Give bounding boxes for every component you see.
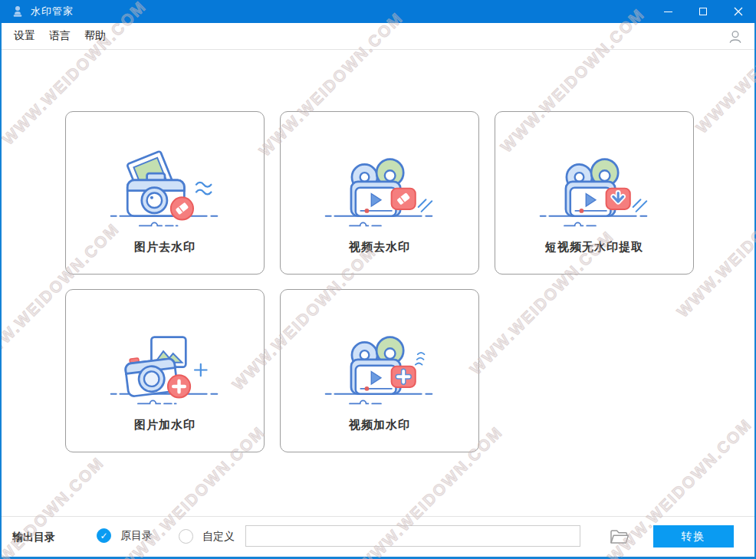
radio-original-dir[interactable]: 原目录 <box>97 528 153 543</box>
card-image-add-watermark[interactable]: 图片加水印 <box>65 289 265 452</box>
maximize-button[interactable] <box>685 0 721 23</box>
video-plus-illustration <box>320 325 439 415</box>
user-account-icon[interactable] <box>727 28 744 45</box>
card-short-video-extract[interactable]: 短视频无水印提取 <box>495 111 694 275</box>
menu-item-help[interactable]: 帮助 <box>84 29 106 43</box>
card-label: 图片去水印 <box>134 240 196 255</box>
window-controls <box>650 0 756 23</box>
card-image-remove-watermark[interactable]: 图片去水印 <box>65 111 265 275</box>
close-button[interactable] <box>721 0 756 23</box>
menu-item-settings[interactable]: 设置 <box>14 29 35 43</box>
open-folder-icon[interactable] <box>610 528 629 545</box>
menubar: 设置 语言 帮助 <box>2 23 754 50</box>
close-icon <box>734 7 743 16</box>
card-label: 图片加水印 <box>134 418 196 432</box>
radio-custom-dir[interactable]: 自定义 <box>179 529 235 544</box>
card-video-remove-watermark[interactable]: 视频去水印 <box>280 111 479 275</box>
radio-original-dir-label: 原目录 <box>120 529 153 543</box>
output-dir-label: 输出目录 <box>12 531 55 544</box>
footer-bar: 输出目录 原目录 自定义 转换 <box>2 516 754 557</box>
maximize-icon <box>699 8 707 15</box>
minimize-icon <box>664 12 672 12</box>
video-eraser-illustration <box>320 147 439 237</box>
titlebar: 水印管家 <box>0 0 756 23</box>
camera-plus-illustration <box>105 325 225 415</box>
radio-custom-dir-label: 自定义 <box>202 530 235 544</box>
app-window: 水印管家 设置 语言 帮助 <box>0 0 756 559</box>
minimize-button[interactable] <box>650 0 685 23</box>
card-label: 视频加水印 <box>349 418 410 432</box>
video-download-illustration <box>534 147 654 237</box>
radio-unchecked-icon[interactable] <box>179 529 193 544</box>
card-label: 视频去水印 <box>349 240 410 255</box>
menu-item-language[interactable]: 语言 <box>49 29 71 43</box>
card-video-add-watermark[interactable]: 视频加水印 <box>280 289 479 452</box>
camera-eraser-illustration <box>105 147 225 237</box>
main-content: 图片去水印 视 <box>2 51 754 516</box>
convert-button[interactable]: 转换 <box>653 525 734 547</box>
app-logo-icon <box>11 5 25 18</box>
card-label: 短视频无水印提取 <box>545 240 643 255</box>
output-path-input[interactable] <box>245 525 580 547</box>
window-title: 水印管家 <box>31 5 74 18</box>
radio-checked-icon[interactable] <box>97 528 111 543</box>
